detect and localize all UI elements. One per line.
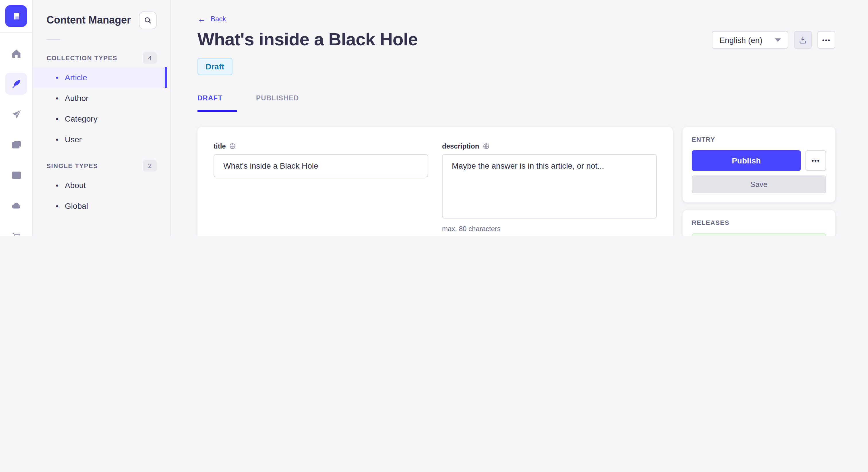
chevron-down-icon	[775, 38, 781, 42]
field-title: title	[214, 142, 428, 233]
description-field-label: description	[442, 142, 479, 150]
main-nav-rail: KD	[0, 0, 33, 236]
sidebar-item-about[interactable]: •About	[33, 175, 170, 196]
entry-panel: ENTRY Publish ••• Save	[683, 127, 835, 202]
release-card: Will be published in Spring Summer highl…	[692, 233, 826, 236]
releases-panel-title: RELEASES	[692, 219, 826, 226]
description-textarea[interactable]: Maybe the answer is in this article, or …	[442, 154, 657, 218]
nav-releases-button[interactable]	[5, 103, 27, 125]
images-icon	[11, 139, 22, 150]
search-icon	[144, 16, 152, 25]
bullet-icon: •	[56, 114, 59, 123]
single-types-list: •About •Global	[33, 175, 170, 216]
locale-select[interactable]: English (en)	[712, 31, 788, 49]
bullet-icon: •	[56, 73, 59, 82]
header-more-button[interactable]: •••	[817, 31, 835, 49]
bullet-icon: •	[56, 181, 59, 190]
title-input[interactable]	[214, 154, 428, 177]
sidebar-item-label: User	[65, 135, 82, 144]
layout-icon	[11, 169, 22, 180]
globe-icon	[229, 143, 236, 150]
bullet-icon: •	[56, 94, 59, 103]
back-arrow-icon: ←	[197, 14, 206, 23]
save-button[interactable]: Save	[692, 175, 826, 193]
sidebar-item-label: Author	[65, 94, 89, 103]
publish-button[interactable]: Publish	[692, 150, 801, 171]
single-types-label: SINGLE TYPES	[46, 162, 98, 169]
version-tabs: DRAFT PUBLISHED	[197, 94, 835, 102]
content-manager-subnav: Content Manager COLLECTION TYPES 4 •Arti…	[33, 0, 171, 236]
collection-types-count: 4	[143, 52, 157, 64]
entry-panel-title: ENTRY	[692, 136, 826, 143]
back-link[interactable]: ← Back	[197, 14, 226, 23]
strapi-logo[interactable]	[5, 5, 27, 27]
search-button[interactable]	[139, 11, 157, 29]
nav-content-type-builder-button[interactable]	[5, 164, 27, 186]
nav-home-button[interactable]	[5, 42, 27, 64]
divider	[46, 39, 60, 40]
bullet-icon: •	[56, 201, 59, 210]
globe-icon	[483, 143, 489, 150]
nav-cloud-button[interactable]	[5, 194, 27, 216]
download-icon	[799, 36, 807, 44]
title-field-label: title	[214, 142, 226, 150]
cart-icon	[11, 230, 22, 236]
app-root: KD Content Manager COLLECTION TYPES 4 •A…	[0, 0, 868, 236]
cloud-icon	[11, 200, 22, 211]
sidebar-item-category[interactable]: •Category	[33, 108, 170, 129]
release-status: Will be published in	[692, 234, 826, 236]
nav-media-library-button[interactable]	[5, 134, 27, 156]
releases-panel: RELEASES Will be published in Spring Sum…	[683, 210, 835, 236]
sidebar-item-author[interactable]: •Author	[33, 88, 170, 108]
sidebar-item-article[interactable]: •Article	[33, 67, 167, 88]
more-icon: •••	[822, 36, 830, 43]
subnav-title: Content Manager	[46, 14, 131, 26]
nav-marketplace-button[interactable]	[5, 225, 27, 236]
home-icon	[11, 48, 22, 59]
side-panels: ENTRY Publish ••• Save RELEASES Will be …	[683, 127, 835, 236]
paper-plane-icon	[11, 109, 22, 120]
entry-more-button[interactable]: •••	[805, 150, 826, 171]
sidebar-item-label: Global	[65, 201, 88, 210]
bullet-icon: •	[56, 135, 59, 144]
page-title: What's inside a Black Hole	[197, 29, 418, 50]
collection-types-label: COLLECTION TYPES	[46, 55, 117, 61]
more-icon: •••	[811, 157, 820, 164]
description-hint: max. 80 characters	[442, 225, 657, 233]
field-description: description Maybe the answer is in this …	[442, 142, 657, 233]
header-actions: English (en) •••	[712, 31, 835, 49]
sidebar-item-label: Article	[65, 73, 87, 82]
status-badge: Draft	[197, 58, 232, 75]
sidebar-item-user[interactable]: •User	[33, 129, 170, 150]
main-content: ← Back What's inside a Black Hole Englis…	[171, 0, 868, 236]
single-types-count: 2	[143, 160, 157, 171]
feather-icon	[11, 78, 22, 89]
strapi-logo-icon	[10, 10, 22, 22]
collection-types-list: •Article •Author •Category •User	[33, 67, 170, 150]
sidebar-item-label: Category	[65, 114, 98, 123]
export-button[interactable]	[794, 31, 812, 49]
tab-published[interactable]: PUBLISHED	[256, 94, 299, 102]
nav-content-manager-button[interactable]	[5, 73, 27, 95]
back-label: Back	[211, 14, 226, 23]
rail-nav	[5, 42, 27, 236]
tab-draft[interactable]: DRAFT	[197, 94, 237, 102]
locale-value: English (en)	[720, 35, 763, 44]
edit-form-card: title description Maybe the answer is in…	[197, 127, 673, 236]
sidebar-item-label: About	[65, 181, 86, 190]
sidebar-item-global[interactable]: •Global	[33, 196, 170, 216]
